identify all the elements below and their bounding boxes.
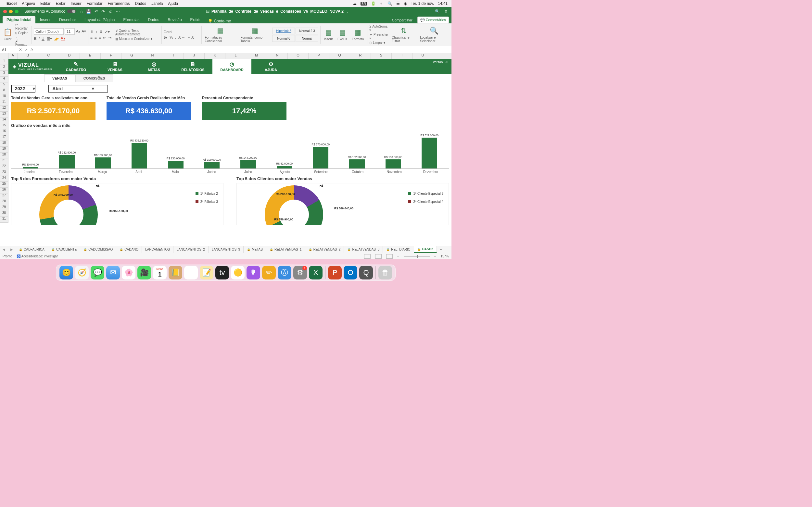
row-11[interactable]: 11	[0, 100, 8, 106]
title-dropdown-icon[interactable]: ⌄	[346, 9, 349, 14]
tab-revisao[interactable]: Revisão	[164, 16, 186, 23]
row-20[interactable]: 20	[0, 153, 8, 158]
view-layout-button[interactable]	[375, 254, 382, 259]
tab-formulas[interactable]: Fórmulas	[119, 16, 144, 23]
qat-undo-icon[interactable]: ↶	[95, 9, 98, 14]
menu-ajuda[interactable]: Ajuda	[168, 1, 178, 6]
col-p[interactable]: P	[309, 53, 329, 59]
sheet-nav-next[interactable]: ▶	[8, 248, 15, 251]
tab-desenhar[interactable]: Desenhar	[55, 16, 80, 23]
nav-ajuda[interactable]: ⚙AJUDA	[251, 59, 290, 74]
accept-formula-icon[interactable]: ✓	[25, 47, 28, 52]
align-center-icon[interactable]: ≡	[95, 36, 97, 40]
dock-photos[interactable]: 🌸	[122, 266, 136, 279]
wrap-text-button[interactable]: ↲ Quebrar Texto Automaticamente	[115, 29, 159, 36]
maximize-window-button[interactable]	[15, 10, 18, 13]
nav-dashboard[interactable]: ◔DASHBOARD	[212, 59, 251, 74]
sheettab-lançamentos_3[interactable]: LANÇAMENTOS_3	[208, 246, 244, 253]
sheettab-dash2[interactable]: 🔒DASH2	[414, 246, 437, 253]
currency-icon[interactable]: $▾	[164, 35, 168, 40]
menubar-lang[interactable]: BR	[360, 2, 367, 5]
close-window-button[interactable]	[3, 10, 7, 13]
cut-button[interactable]: ✂ Recortar	[15, 23, 30, 30]
col-r[interactable]: R	[350, 53, 371, 59]
row-25[interactable]: 25	[0, 182, 8, 187]
menu-arquivo[interactable]: Arquivo	[22, 1, 35, 6]
delete-cells-button[interactable]: ▦Excluir	[336, 28, 349, 41]
qat-more-icon[interactable]: ⋯	[116, 9, 120, 14]
col-a[interactable]: A	[8, 53, 17, 59]
fx-icon[interactable]: fx	[31, 47, 34, 52]
align-bottom-icon[interactable]: ⬇	[99, 30, 103, 34]
font-name-select[interactable]: Calibri (Corpo)	[34, 28, 64, 35]
format-table-button[interactable]: ▦Formatar como Tabela	[239, 26, 270, 43]
col-s[interactable]: S	[371, 53, 392, 59]
row-13[interactable]: 13	[0, 112, 8, 117]
dock-finder[interactable]: 😊	[59, 266, 73, 279]
dock-facetime[interactable]: 🎥	[137, 266, 151, 279]
style-normal[interactable]: Normal	[296, 35, 318, 42]
select-all-corner[interactable]	[0, 53, 8, 59]
sheettab-relatvendas_2[interactable]: 🔒RELATVENDAS_2	[305, 246, 344, 253]
zoom-in-button[interactable]: +	[434, 255, 436, 258]
row-21[interactable]: 21	[0, 158, 8, 164]
autosave-toggle[interactable]: Salvamento Automático	[24, 9, 76, 14]
col-f[interactable]: F	[101, 53, 121, 59]
autosum-button[interactable]: Σ AutoSoma ▾	[369, 25, 389, 32]
menubar-wifi-icon[interactable]: ᯤ	[380, 1, 384, 6]
menubar-control-icon[interactable]: ☰	[396, 1, 400, 6]
col-l[interactable]: L	[225, 53, 246, 59]
view-pagebreak-button[interactable]	[386, 254, 393, 259]
decrease-font-icon[interactable]: A▾	[82, 29, 86, 34]
dock-calendar[interactable]: NOV.1	[153, 266, 167, 279]
zoom-level[interactable]: 157%	[441, 255, 449, 258]
menubar-search-icon[interactable]: 🔍	[388, 1, 392, 6]
underline-button[interactable]: U	[42, 36, 45, 41]
inc-decimal-icon[interactable]: .0→	[178, 35, 185, 40]
col-u[interactable]: U	[412, 53, 433, 59]
dec-decimal-icon[interactable]: ←.0	[187, 35, 194, 40]
row-4[interactable]: 4	[0, 76, 8, 82]
minimize-window-button[interactable]	[9, 10, 13, 13]
dock-appstore[interactable]: Ⓐ	[278, 266, 291, 279]
col-e[interactable]: E	[80, 53, 101, 59]
nav-cadastro[interactable]: ✎CADASTRO	[56, 59, 96, 74]
sheettab-lançamentos_2[interactable]: LANÇAMENTOS_2	[173, 246, 208, 253]
comments-button[interactable]: 💬 Comentários	[417, 16, 449, 23]
row-31[interactable]: 31	[0, 217, 8, 223]
indent-inc-icon[interactable]: ⇥	[108, 36, 111, 40]
col-n[interactable]: N	[267, 53, 288, 59]
col-t[interactable]: T	[392, 53, 412, 59]
cancel-formula-icon[interactable]: ✕	[19, 47, 22, 52]
col-g[interactable]: G	[121, 53, 142, 59]
col-m[interactable]: M	[246, 53, 267, 59]
tab-inserir[interactable]: Inserir	[36, 16, 55, 23]
dock-sketch[interactable]: ✏	[262, 266, 276, 279]
menubar-time[interactable]: 14:41	[438, 1, 448, 6]
row-30[interactable]: 30	[0, 211, 8, 217]
menubar-date[interactable]: Ter. 1 de nov.	[411, 1, 434, 6]
dock-contacts[interactable]: 📒	[168, 266, 182, 279]
menu-editar[interactable]: Editar	[40, 1, 50, 6]
dock-messages[interactable]: 💬	[91, 266, 104, 279]
zoom-slider[interactable]	[404, 256, 430, 257]
col-c[interactable]: C	[38, 53, 59, 59]
col-q[interactable]: Q	[329, 53, 350, 59]
row-29[interactable]: 29	[0, 205, 8, 211]
row-1[interactable]: 1	[0, 59, 8, 65]
dock-podcasts[interactable]: 🎙	[247, 266, 260, 279]
menu-dados[interactable]: Dados	[135, 1, 146, 6]
dock-quicktime[interactable]: Q	[359, 266, 373, 279]
qat-redo-icon[interactable]: ↷	[101, 9, 105, 14]
sort-filter-button[interactable]: ⇅Classificar e Filtrar	[391, 26, 417, 43]
nav-metas[interactable]: ◎METAS	[135, 59, 173, 74]
qat-home-icon[interactable]: ⌂	[80, 9, 83, 14]
align-left-icon[interactable]: ≡	[90, 36, 93, 40]
copy-button[interactable]: ⎘ Copiar ▾	[15, 31, 30, 38]
sheettab-lançamentos[interactable]: LANÇAMENTOS	[142, 246, 173, 253]
row-24[interactable]: 24	[0, 176, 8, 182]
dock-mail[interactable]: ✉	[106, 266, 120, 279]
indent-dec-icon[interactable]: ⇤	[103, 36, 106, 40]
row-10[interactable]: 10	[0, 94, 8, 100]
toggle-icon[interactable]	[67, 9, 76, 13]
